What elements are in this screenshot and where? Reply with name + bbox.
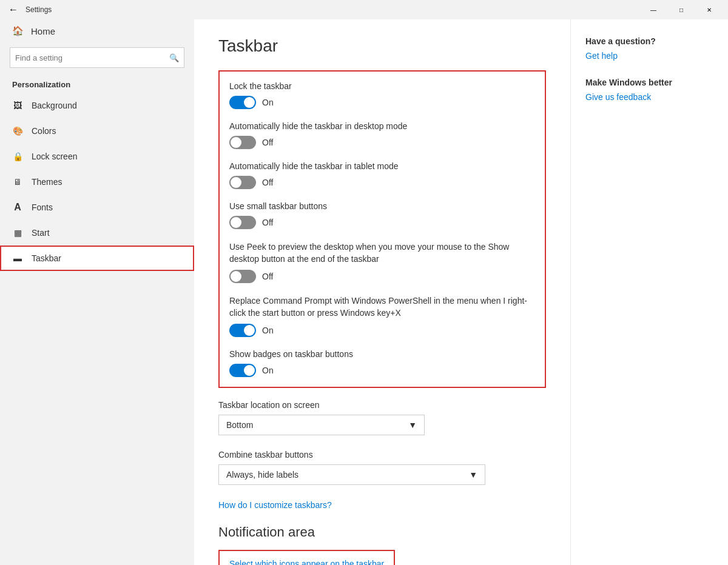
sidebar-item-background[interactable]: 🖼 Background [0, 93, 194, 118]
hide-tablet-toggle[interactable] [229, 176, 256, 189]
close-button[interactable]: ✕ [695, 0, 723, 19]
badges-state: On [262, 366, 274, 375]
hide-desktop-toggle-row: Off [229, 136, 535, 149]
colors-icon: 🎨 [12, 125, 23, 136]
lock-taskbar-state: On [262, 98, 274, 107]
search-box: 🔍 [10, 47, 184, 68]
sidebar-item-label: Start [32, 228, 50, 238]
chevron-down-icon: ▼ [408, 420, 417, 430]
taskbar-icon: ▬ [12, 253, 23, 264]
toggle-knob [244, 325, 255, 336]
setting-lock-taskbar: Lock the taskbar On [229, 81, 535, 109]
notification-icons-link[interactable]: Select which icons appear on the taskbar [229, 559, 384, 565]
hide-tablet-state: Off [262, 178, 273, 187]
powershell-state: On [262, 326, 274, 335]
small-buttons-toggle-row: Off [229, 216, 535, 229]
search-input[interactable] [15, 53, 169, 62]
setting-hide-desktop: Automatically hide the taskbar in deskto… [229, 121, 535, 149]
combine-taskbar-value: Always, hide labels [226, 470, 298, 480]
hide-desktop-toggle[interactable] [229, 136, 256, 149]
taskbar-location-group: Taskbar location on screen Bottom ▼ [218, 400, 546, 435]
sidebar-item-label: Lock screen [32, 152, 77, 161]
powershell-toggle[interactable] [229, 324, 256, 337]
titlebar: ← Settings — □ ✕ [0, 0, 728, 19]
toggle-knob [231, 137, 241, 148]
peek-toggle[interactable] [229, 270, 256, 283]
toggle-knob [231, 217, 241, 228]
sidebar: 🏠 Home 🔍 Personalization 🖼 Background 🎨 … [0, 19, 194, 565]
taskbar-location-value: Bottom [226, 420, 253, 430]
fonts-icon: A [12, 202, 23, 213]
sidebar-item-fonts[interactable]: A Fonts [0, 195, 194, 220]
small-buttons-toggle[interactable] [229, 216, 256, 229]
give-feedback-link[interactable]: Give us feedback [585, 92, 713, 102]
badges-toggle[interactable] [229, 364, 256, 377]
lock-taskbar-toggle-row: On [229, 96, 535, 109]
toggle-knob [244, 97, 255, 108]
badges-label: Show badges on taskbar buttons [229, 349, 535, 359]
get-help-link[interactable]: Get help [585, 51, 713, 61]
sidebar-item-lock-screen[interactable]: 🔒 Lock screen [0, 144, 194, 169]
setting-powershell: Replace Command Prompt with Windows Powe… [229, 295, 535, 337]
sidebar-item-label: Background [32, 101, 77, 110]
lock-taskbar-toggle[interactable] [229, 96, 256, 109]
small-buttons-state: Off [262, 218, 273, 227]
back-button[interactable]: ← [5, 1, 22, 18]
chevron-down-icon: ▼ [469, 470, 477, 480]
help-section-title: Have a question? [585, 36, 713, 46]
sidebar-item-label: Fonts [32, 202, 53, 212]
minimize-button[interactable]: — [639, 0, 667, 19]
background-icon: 🖼 [12, 100, 23, 111]
sidebar-item-start[interactable]: ▦ Start [0, 220, 194, 246]
toggle-knob [244, 365, 255, 376]
setting-badges: Show badges on taskbar buttons On [229, 349, 535, 377]
search-icon: 🔍 [169, 53, 179, 62]
sidebar-section-title: Personalization [0, 75, 194, 93]
taskbar-location-label: Taskbar location on screen [218, 400, 546, 410]
sidebar-item-taskbar[interactable]: ▬ Taskbar [0, 246, 194, 271]
lock-taskbar-label: Lock the taskbar [229, 81, 535, 91]
sidebar-item-label: Taskbar [32, 253, 61, 263]
notification-link1-box: Select which icons appear on the taskbar [218, 550, 395, 565]
taskbar-settings-section: Lock the taskbar On Automatically hide t… [218, 70, 546, 388]
setting-small-buttons: Use small taskbar buttons Off [229, 201, 535, 229]
notification-area-heading: Notification area [218, 524, 546, 540]
small-buttons-label: Use small taskbar buttons [229, 201, 535, 211]
combine-taskbar-group: Combine taskbar buttons Always, hide lab… [218, 450, 546, 485]
home-label: Home [31, 26, 55, 36]
right-help-section: Have a question? Get help [585, 36, 713, 61]
taskbar-location-dropdown[interactable]: Bottom ▼ [218, 415, 425, 435]
window-controls: — □ ✕ [639, 0, 723, 19]
page-title: Taskbar [218, 36, 546, 56]
hide-desktop-label: Automatically hide the taskbar in deskto… [229, 121, 535, 131]
setting-hide-tablet: Automatically hide the taskbar in tablet… [229, 161, 535, 189]
start-icon: ▦ [12, 227, 23, 238]
right-feedback-section: Make Windows better Give us feedback [585, 78, 713, 102]
home-nav-item[interactable]: 🏠 Home [0, 19, 194, 42]
sidebar-item-colors[interactable]: 🎨 Colors [0, 118, 194, 144]
peek-label: Use Peek to preview the desktop when you… [229, 241, 535, 265]
hide-tablet-label: Automatically hide the taskbar in tablet… [229, 161, 535, 171]
powershell-toggle-row: On [229, 324, 535, 337]
lock-screen-icon: 🔒 [12, 151, 23, 162]
sidebar-item-label: Colors [32, 126, 56, 136]
hide-desktop-state: Off [262, 138, 273, 147]
badges-toggle-row: On [229, 364, 535, 377]
sidebar-item-themes[interactable]: 🖥 Themes [0, 169, 194, 195]
main-content: Taskbar Lock the taskbar On Automaticall… [194, 19, 570, 565]
back-icon: ← [8, 4, 18, 15]
peek-state: Off [262, 272, 273, 281]
home-icon: 🏠 [12, 25, 24, 36]
customize-taskbars-link[interactable]: How do I customize taskbars? [218, 500, 332, 510]
combine-taskbar-dropdown[interactable]: Always, hide labels ▼ [218, 464, 485, 485]
themes-icon: 🖥 [12, 176, 23, 187]
combine-taskbar-label: Combine taskbar buttons [218, 450, 546, 460]
maximize-button[interactable]: □ [667, 0, 695, 19]
setting-peek: Use Peek to preview the desktop when you… [229, 241, 535, 283]
feedback-section-title: Make Windows better [585, 78, 713, 87]
app-body: 🏠 Home 🔍 Personalization 🖼 Background 🎨 … [0, 19, 728, 565]
sidebar-item-label: Themes [32, 177, 62, 187]
toggle-knob [231, 177, 241, 188]
hide-tablet-toggle-row: Off [229, 176, 535, 189]
toggle-knob [231, 271, 241, 282]
